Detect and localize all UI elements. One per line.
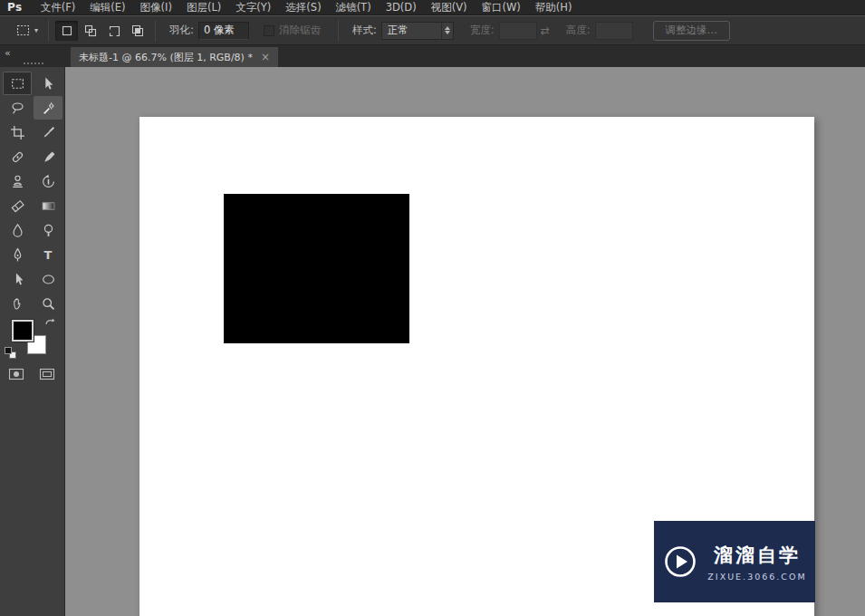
photoshop-window: Ps 文件(F) 编辑(E) 图像(I) 图层(L) 文字(Y) 选择(S) 滤… [0,0,865,616]
style-dropdown-value: 正常 [388,24,408,37]
blur-icon [10,223,25,238]
menu-help[interactable]: 帮助(H) [528,1,580,14]
hand-tool[interactable] [3,292,32,315]
chevron-down-icon: ▾ [34,26,38,34]
menu-select[interactable]: 选择(S) [278,1,328,14]
antialias-checkbox [264,25,274,36]
screen-mode-icon [39,368,55,380]
clone-stamp-tool[interactable] [3,169,32,193]
magic-wand-icon [41,101,56,116]
menu-file[interactable]: 文件(F) [34,1,83,14]
panel-grip-icon[interactable] [24,63,43,64]
gradient-tool[interactable] [34,194,62,217]
tab-strip: 未标题-1 @ 66.7% (图层 1, RGB/8) * × [65,45,865,67]
marquee-preset-icon [16,24,32,37]
crop-tool[interactable] [3,120,32,144]
magic-wand-tool[interactable] [34,96,62,120]
ellipse-shape-icon [41,272,56,287]
blur-tool[interactable] [3,218,32,242]
add-to-selection-button[interactable] [79,21,101,41]
type-tool-icon: T [44,248,53,262]
foreground-color-swatch[interactable] [12,320,34,342]
watermark: 溜溜自学 ZIXUE.3066.COM [654,521,815,602]
document-tab[interactable]: 未标题-1 @ 66.7% (图层 1, RGB/8) * × [71,47,278,67]
document-tab-title: 未标题-1 @ 66.7% (图层 1, RGB/8) * [79,51,253,64]
path-selection-tool[interactable] [3,267,32,291]
zoom-icon [41,296,56,312]
height-input [595,22,633,40]
menu-type[interactable]: 文字(Y) [228,1,278,14]
default-colors-icon[interactable] [5,347,17,360]
subtract-from-selection-button[interactable] [102,21,125,41]
swap-colors-icon[interactable] [43,317,56,330]
new-selection-button[interactable] [55,21,78,41]
path-selection-icon [10,272,25,287]
eraser-tool[interactable] [3,194,32,217]
crop-icon [10,125,25,140]
add-to-selection-icon [84,24,97,37]
divider [155,20,156,42]
menu-image[interactable]: 图像(I) [133,1,179,14]
height-label: 高度: [566,24,591,37]
intersect-selection-button[interactable] [126,21,149,41]
hand-icon [10,296,25,312]
close-icon[interactable]: × [261,52,270,63]
pen-tool[interactable] [3,243,32,266]
intersect-selection-icon [131,24,144,37]
zoom-tool[interactable] [34,292,62,315]
style-dropdown[interactable]: 正常 [381,22,454,40]
menu-bar: Ps 文件(F) 编辑(E) 图像(I) 图层(L) 文字(Y) 选择(S) 滤… [0,0,865,15]
menu-3d[interactable]: 3D(D) [379,1,424,14]
refine-edge-button: 调整边缘… [653,21,731,41]
move-tool[interactable] [34,72,62,95]
tool-options-bar: ▾ 羽化: 消除锯齿 样式: 正常 宽度: [0,16,865,45]
watermark-subtitle: ZIXUE.3066.COM [707,572,806,582]
menu-view[interactable]: 视图(V) [424,1,475,14]
menu-layer[interactable]: 图层(L) [179,1,228,14]
new-selection-icon [61,24,73,37]
lasso-icon [10,101,25,116]
play-icon [662,544,698,580]
app-logo: Ps [0,1,34,14]
feather-label: 羽化: [169,24,194,37]
feather-input[interactable] [198,22,249,40]
lasso-tool[interactable] [3,96,32,120]
eyedropper-tool[interactable] [34,120,62,144]
menu-edit[interactable]: 编辑(E) [82,1,132,14]
history-brush-icon [41,174,56,189]
dodge-tool[interactable] [34,218,62,242]
spot-healing-brush-icon [10,149,25,165]
screen-mode-button[interactable] [38,367,56,381]
canvas-workspace: 溜溜自学 ZIXUE.3066.COM [65,67,865,616]
gradient-icon [41,198,56,214]
width-input [499,22,537,40]
move-icon [41,76,56,91]
brush-tool[interactable] [34,145,62,168]
history-brush-tool[interactable] [34,169,62,193]
type-tool[interactable]: T [34,243,62,266]
divider [338,20,339,42]
quick-mask-button[interactable] [7,367,25,381]
tool-preset-picker[interactable]: ▾ [13,23,42,39]
collapse-panel-icon[interactable]: « [5,48,11,59]
rectangular-marquee-icon [10,76,25,91]
rectangular-marquee-tool[interactable] [3,72,32,95]
spot-healing-brush-tool[interactable] [3,145,32,168]
brush-icon [41,149,56,165]
swap-dimensions-icon: ⇄ [541,24,550,37]
tools-panel: T [0,67,65,616]
menu-filter[interactable]: 滤镜(T) [329,1,379,14]
clone-stamp-icon [10,174,25,189]
menu-window[interactable]: 窗口(W) [474,1,527,14]
eraser-icon [10,198,25,214]
subtract-from-selection-icon [108,24,120,37]
watermark-title: 溜溜自学 [714,543,801,568]
spinner-icon [441,23,450,39]
width-label: 宽度: [470,24,495,37]
selection-mode-group [55,21,149,41]
style-label: 样式: [352,24,377,37]
eyedropper-icon [41,125,56,140]
ellipse-shape-tool[interactable] [34,267,62,291]
quick-mask-icon [8,368,24,380]
divider [48,20,49,42]
